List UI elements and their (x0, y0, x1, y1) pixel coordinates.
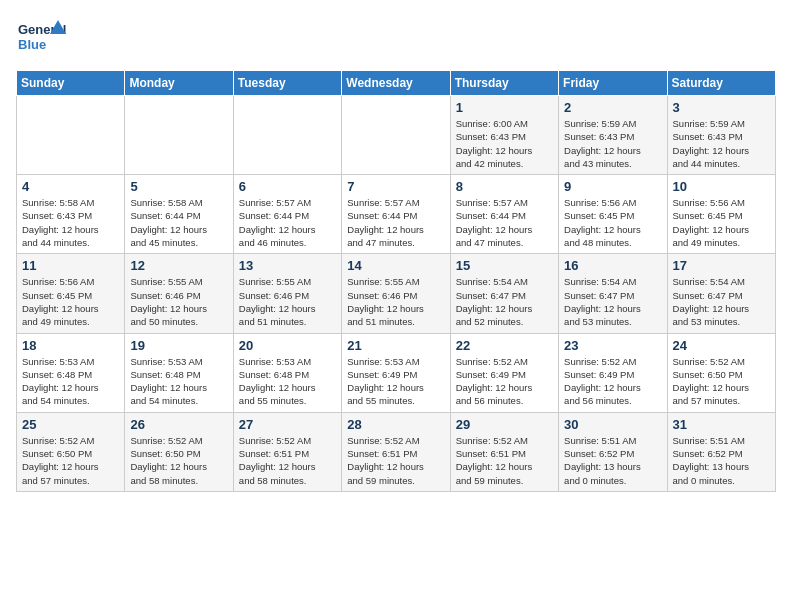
calendar-cell: 17Sunrise: 5:54 AM Sunset: 6:47 PM Dayli… (667, 254, 775, 333)
calendar-week-4: 18Sunrise: 5:53 AM Sunset: 6:48 PM Dayli… (17, 333, 776, 412)
day-info: Sunrise: 5:53 AM Sunset: 6:48 PM Dayligh… (130, 355, 227, 408)
calendar-cell: 18Sunrise: 5:53 AM Sunset: 6:48 PM Dayli… (17, 333, 125, 412)
weekday-header-wednesday: Wednesday (342, 71, 450, 96)
day-number: 15 (456, 258, 553, 273)
weekday-header-friday: Friday (559, 71, 667, 96)
weekday-header-saturday: Saturday (667, 71, 775, 96)
logo: General Blue (16, 16, 66, 60)
calendar-cell: 22Sunrise: 5:52 AM Sunset: 6:49 PM Dayli… (450, 333, 558, 412)
weekday-row: SundayMondayTuesdayWednesdayThursdayFrid… (17, 71, 776, 96)
calendar-cell: 6Sunrise: 5:57 AM Sunset: 6:44 PM Daylig… (233, 175, 341, 254)
day-number: 30 (564, 417, 661, 432)
day-number: 23 (564, 338, 661, 353)
weekday-header-sunday: Sunday (17, 71, 125, 96)
calendar-cell (233, 96, 341, 175)
day-number: 27 (239, 417, 336, 432)
weekday-header-monday: Monday (125, 71, 233, 96)
day-number: 5 (130, 179, 227, 194)
day-info: Sunrise: 6:00 AM Sunset: 6:43 PM Dayligh… (456, 117, 553, 170)
calendar-cell: 13Sunrise: 5:55 AM Sunset: 6:46 PM Dayli… (233, 254, 341, 333)
day-number: 18 (22, 338, 119, 353)
day-number: 17 (673, 258, 770, 273)
calendar-cell: 26Sunrise: 5:52 AM Sunset: 6:50 PM Dayli… (125, 412, 233, 491)
day-number: 7 (347, 179, 444, 194)
calendar-cell: 29Sunrise: 5:52 AM Sunset: 6:51 PM Dayli… (450, 412, 558, 491)
calendar-cell: 19Sunrise: 5:53 AM Sunset: 6:48 PM Dayli… (125, 333, 233, 412)
day-number: 2 (564, 100, 661, 115)
calendar-week-5: 25Sunrise: 5:52 AM Sunset: 6:50 PM Dayli… (17, 412, 776, 491)
calendar-week-1: 1Sunrise: 6:00 AM Sunset: 6:43 PM Daylig… (17, 96, 776, 175)
day-info: Sunrise: 5:52 AM Sunset: 6:51 PM Dayligh… (347, 434, 444, 487)
day-number: 29 (456, 417, 553, 432)
day-number: 14 (347, 258, 444, 273)
day-number: 8 (456, 179, 553, 194)
day-info: Sunrise: 5:57 AM Sunset: 6:44 PM Dayligh… (239, 196, 336, 249)
day-info: Sunrise: 5:54 AM Sunset: 6:47 PM Dayligh… (456, 275, 553, 328)
day-info: Sunrise: 5:56 AM Sunset: 6:45 PM Dayligh… (564, 196, 661, 249)
calendar-cell: 2Sunrise: 5:59 AM Sunset: 6:43 PM Daylig… (559, 96, 667, 175)
day-number: 20 (239, 338, 336, 353)
day-info: Sunrise: 5:55 AM Sunset: 6:46 PM Dayligh… (347, 275, 444, 328)
day-info: Sunrise: 5:53 AM Sunset: 6:48 PM Dayligh… (239, 355, 336, 408)
weekday-header-thursday: Thursday (450, 71, 558, 96)
day-info: Sunrise: 5:52 AM Sunset: 6:51 PM Dayligh… (456, 434, 553, 487)
calendar-week-3: 11Sunrise: 5:56 AM Sunset: 6:45 PM Dayli… (17, 254, 776, 333)
calendar-week-2: 4Sunrise: 5:58 AM Sunset: 6:43 PM Daylig… (17, 175, 776, 254)
calendar-cell: 23Sunrise: 5:52 AM Sunset: 6:49 PM Dayli… (559, 333, 667, 412)
day-number: 3 (673, 100, 770, 115)
calendar-cell (17, 96, 125, 175)
calendar-header: SundayMondayTuesdayWednesdayThursdayFrid… (17, 71, 776, 96)
day-number: 16 (564, 258, 661, 273)
calendar-cell: 5Sunrise: 5:58 AM Sunset: 6:44 PM Daylig… (125, 175, 233, 254)
calendar-table: SundayMondayTuesdayWednesdayThursdayFrid… (16, 70, 776, 492)
day-number: 13 (239, 258, 336, 273)
calendar-cell: 4Sunrise: 5:58 AM Sunset: 6:43 PM Daylig… (17, 175, 125, 254)
day-number: 1 (456, 100, 553, 115)
day-info: Sunrise: 5:52 AM Sunset: 6:49 PM Dayligh… (564, 355, 661, 408)
calendar-cell: 25Sunrise: 5:52 AM Sunset: 6:50 PM Dayli… (17, 412, 125, 491)
calendar-cell: 8Sunrise: 5:57 AM Sunset: 6:44 PM Daylig… (450, 175, 558, 254)
day-info: Sunrise: 5:52 AM Sunset: 6:50 PM Dayligh… (673, 355, 770, 408)
calendar-cell: 3Sunrise: 5:59 AM Sunset: 6:43 PM Daylig… (667, 96, 775, 175)
day-number: 21 (347, 338, 444, 353)
calendar-cell (125, 96, 233, 175)
calendar-body: 1Sunrise: 6:00 AM Sunset: 6:43 PM Daylig… (17, 96, 776, 492)
day-info: Sunrise: 5:53 AM Sunset: 6:49 PM Dayligh… (347, 355, 444, 408)
calendar-cell: 10Sunrise: 5:56 AM Sunset: 6:45 PM Dayli… (667, 175, 775, 254)
day-info: Sunrise: 5:54 AM Sunset: 6:47 PM Dayligh… (564, 275, 661, 328)
day-number: 28 (347, 417, 444, 432)
day-info: Sunrise: 5:57 AM Sunset: 6:44 PM Dayligh… (347, 196, 444, 249)
calendar-cell: 30Sunrise: 5:51 AM Sunset: 6:52 PM Dayli… (559, 412, 667, 491)
day-info: Sunrise: 5:51 AM Sunset: 6:52 PM Dayligh… (673, 434, 770, 487)
day-number: 6 (239, 179, 336, 194)
day-info: Sunrise: 5:52 AM Sunset: 6:50 PM Dayligh… (130, 434, 227, 487)
calendar-cell: 11Sunrise: 5:56 AM Sunset: 6:45 PM Dayli… (17, 254, 125, 333)
day-info: Sunrise: 5:51 AM Sunset: 6:52 PM Dayligh… (564, 434, 661, 487)
weekday-header-tuesday: Tuesday (233, 71, 341, 96)
svg-text:Blue: Blue (18, 37, 46, 52)
day-info: Sunrise: 5:56 AM Sunset: 6:45 PM Dayligh… (673, 196, 770, 249)
day-info: Sunrise: 5:58 AM Sunset: 6:43 PM Dayligh… (22, 196, 119, 249)
day-info: Sunrise: 5:52 AM Sunset: 6:51 PM Dayligh… (239, 434, 336, 487)
day-number: 24 (673, 338, 770, 353)
calendar-cell: 15Sunrise: 5:54 AM Sunset: 6:47 PM Dayli… (450, 254, 558, 333)
day-number: 19 (130, 338, 227, 353)
day-info: Sunrise: 5:57 AM Sunset: 6:44 PM Dayligh… (456, 196, 553, 249)
calendar-cell: 9Sunrise: 5:56 AM Sunset: 6:45 PM Daylig… (559, 175, 667, 254)
day-info: Sunrise: 5:52 AM Sunset: 6:49 PM Dayligh… (456, 355, 553, 408)
calendar-cell: 28Sunrise: 5:52 AM Sunset: 6:51 PM Dayli… (342, 412, 450, 491)
day-info: Sunrise: 5:55 AM Sunset: 6:46 PM Dayligh… (130, 275, 227, 328)
day-number: 26 (130, 417, 227, 432)
day-info: Sunrise: 5:52 AM Sunset: 6:50 PM Dayligh… (22, 434, 119, 487)
day-number: 11 (22, 258, 119, 273)
day-number: 12 (130, 258, 227, 273)
day-number: 10 (673, 179, 770, 194)
calendar-cell: 14Sunrise: 5:55 AM Sunset: 6:46 PM Dayli… (342, 254, 450, 333)
day-number: 22 (456, 338, 553, 353)
logo-svg: General Blue (16, 16, 66, 60)
day-number: 9 (564, 179, 661, 194)
day-info: Sunrise: 5:55 AM Sunset: 6:46 PM Dayligh… (239, 275, 336, 328)
day-number: 25 (22, 417, 119, 432)
calendar-cell: 31Sunrise: 5:51 AM Sunset: 6:52 PM Dayli… (667, 412, 775, 491)
calendar-cell: 24Sunrise: 5:52 AM Sunset: 6:50 PM Dayli… (667, 333, 775, 412)
